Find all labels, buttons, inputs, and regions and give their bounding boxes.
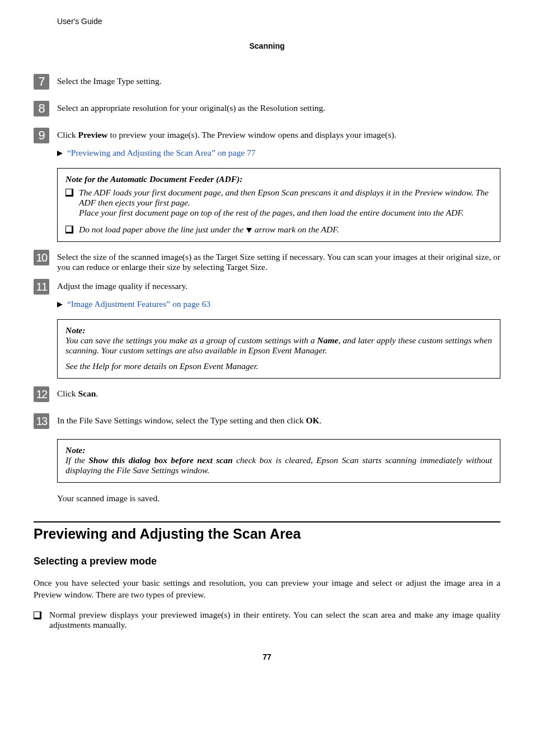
running-head: User's Guide (57, 17, 500, 26)
note-show-before: If the (65, 455, 88, 465)
note-show-title: Note: (65, 445, 492, 455)
step-13-before: In the File Save Settings window, select… (57, 416, 306, 425)
note-name-title: Note: (65, 325, 492, 335)
note-show: Note: If the Show this dialog box before… (57, 439, 500, 483)
step-11-link-line: “Image Adjustment Features” on page 63 (57, 299, 500, 309)
step-12-text: Click Scan. (57, 389, 500, 399)
section-heading: Previewing and Adjusting the Scan Area (34, 526, 500, 542)
step-9-text-before: Click (57, 130, 78, 139)
step-8-text: Select an appropriate resolution for you… (57, 103, 500, 113)
arrow-icon (57, 151, 63, 156)
step-10: 10 Select the size of the scanned image(… (34, 252, 500, 272)
note-name: Note: You can save the settings you make… (57, 319, 500, 379)
step-10-text: Select the size of the scanned image(s) … (57, 252, 500, 272)
step-9-bold: Preview (78, 130, 107, 139)
step-9-text-after: to preview your image(s). The Preview wi… (108, 130, 396, 139)
down-arrow-icon (246, 228, 252, 233)
note-adf-item1a: The ADF loads your first document page, … (79, 188, 492, 208)
sub-heading: Selecting a preview mode (34, 556, 500, 567)
step-13-text: In the File Save Settings window, select… (57, 416, 500, 426)
note-show-bold: Show this dialog box before next scan (88, 455, 232, 465)
bullet-icon (65, 225, 79, 235)
step-9-text: Click Preview to preview your image(s). … (57, 130, 500, 140)
step-13: 13 In the File Save Settings window, sel… (34, 416, 500, 429)
step-11: 11 Adjust the image quality if necessary… (34, 281, 500, 309)
bullet-icon (34, 610, 49, 630)
link-previewing[interactable]: “Previewing and Adjusting the Scan Area”… (67, 148, 256, 157)
step-13-after: . (320, 416, 322, 425)
step-7: 7 Select the Image Type setting. (34, 76, 500, 90)
step-9: 9 Click Preview to preview your image(s)… (34, 130, 500, 158)
note-name-line2: See the Help for more details on Epson E… (65, 361, 492, 371)
note-name-bold: Name (317, 335, 339, 345)
step-number-9: 9 (34, 128, 49, 143)
note-adf-item2-before: Do not load paper above the line just un… (79, 225, 246, 234)
step-12-before: Click (57, 389, 78, 398)
section-divider (34, 521, 500, 523)
note-adf-item2-after: arrow mark on the ADF. (252, 225, 339, 234)
arrow-icon (57, 302, 63, 307)
bullet-1-text: Normal preview displays your previewed i… (49, 610, 500, 630)
bullet-item-1: Normal preview displays your previewed i… (34, 610, 500, 630)
note-adf: Note for the Automatic Document Feeder (… (57, 168, 500, 242)
step-11-text: Adjust the image quality if necessary. (57, 281, 500, 291)
step-number-11: 11 (34, 279, 49, 295)
step-12: 12 Click Scan. (34, 389, 500, 402)
step-number-13: 13 (34, 413, 49, 429)
step-7-text: Select the Image Type setting. (57, 76, 500, 86)
note-adf-item1b: Place your first document page on top of… (79, 208, 492, 218)
step-number-10: 10 (34, 250, 49, 265)
closing-text: Your scanned image is saved. (57, 493, 500, 505)
step-number-8: 8 (34, 101, 49, 116)
chapter-title: Scanning (34, 41, 500, 50)
step-8: 8 Select an appropriate resolution for y… (34, 103, 500, 116)
step-number-12: 12 (34, 386, 49, 402)
step-9-link-line: “Previewing and Adjusting the Scan Area”… (57, 148, 500, 158)
bullet-icon (65, 188, 79, 218)
link-image-adjust[interactable]: “Image Adjustment Features” on page 63 (67, 299, 210, 309)
step-12-after: . (96, 389, 98, 398)
step-number-7: 7 (34, 74, 49, 90)
page-number: 77 (34, 652, 500, 661)
step-13-bold: OK (306, 416, 319, 425)
step-12-bold: Scan (78, 389, 96, 398)
section-intro: Once you have selected your basic settin… (34, 577, 500, 601)
note-name-line1-before: You can save the settings you make as a … (65, 335, 317, 345)
note-adf-title: Note for the Automatic Document Feeder (… (65, 174, 492, 184)
